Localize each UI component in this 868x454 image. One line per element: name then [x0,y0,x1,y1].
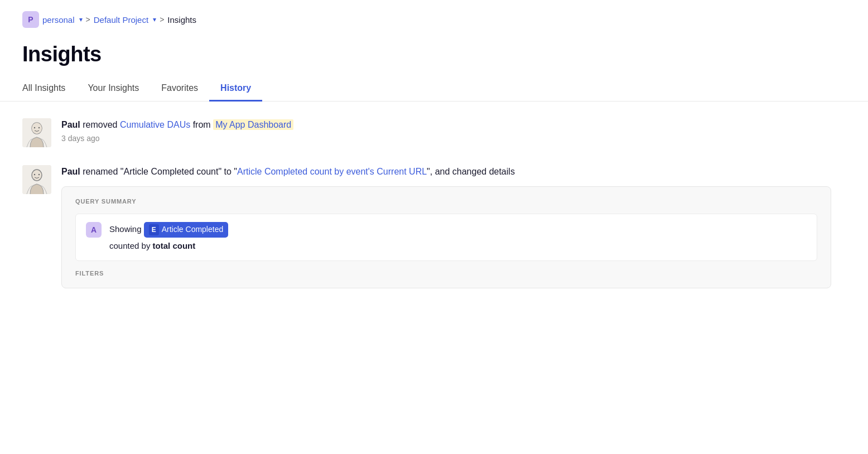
workspace-avatar[interactable]: P [22,11,39,28]
breadcrumb-workspace-link[interactable]: personal [42,15,75,25]
project-dropdown-icon[interactable]: ▾ [153,16,156,23]
history-item-2-text: Paul renamed "Article Completed count" t… [61,165,846,178]
svg-point-2 [32,123,42,134]
counted-by-value: total count [153,241,196,250]
event-badge: E Article Completed [144,222,229,238]
query-a-badge: A [86,222,102,238]
action-prefix-1: removed [83,120,120,129]
history-item-2: Paul renamed "Article Completed count" t… [22,165,846,289]
breadcrumb-project-link[interactable]: Default Project [94,15,148,25]
query-summary-label: QUERY SUMMARY [75,198,817,205]
svg-point-4 [38,127,40,128]
workspace-dropdown-icon[interactable]: ▾ [79,16,83,23]
svg-point-9 [38,173,40,175]
breadcrumb-current: Insights [167,15,196,25]
avatar-sketch-svg [22,118,51,147]
renamed-insight-link[interactable]: Article Completed count by event's Curre… [237,167,427,176]
query-summary-row: A Showing E Article Completed counted by… [75,214,817,262]
event-label: Article Completed [162,223,224,236]
counted-by-text: counted by total count [109,239,228,253]
tab-favorites[interactable]: Favorites [150,76,209,102]
history-item-1-text: Paul removed Cumulative DAUs from My App… [61,118,846,132]
svg-point-8 [34,173,35,175]
avatar-paul-2 [22,165,51,194]
query-summary-box: QUERY SUMMARY A Showing E Article Comple… [61,186,831,289]
svg-point-3 [34,127,35,128]
actor-name-1: Paul [61,120,80,129]
tab-your-insights[interactable]: Your Insights [76,76,150,102]
action-rename-suffix: ", and changed details [427,167,515,176]
history-item-1: Paul removed Cumulative DAUs from My App… [22,118,846,147]
action-middle-1: from [193,120,213,129]
history-item-1-body: Paul removed Cumulative DAUs from My App… [61,118,846,143]
history-item-2-body: Paul renamed "Article Completed count" t… [61,165,846,289]
history-item-1-timestamp: 3 days ago [61,134,846,143]
avatar-paul-1 [22,118,51,147]
tabs-nav: All Insights Your Insights Favorites His… [0,76,868,102]
actor-name-2: Paul [61,167,80,176]
page-title: Insights [0,33,868,72]
showing-label: Showing [109,224,144,234]
breadcrumb-sep-1: > [86,15,90,24]
filters-label: FILTERS [75,270,817,277]
event-badge-e: E [149,224,159,235]
cumulative-daus-link[interactable]: Cumulative DAUs [120,120,190,129]
my-app-dashboard-link[interactable]: My App Dashboard [213,119,293,130]
breadcrumb-sep-2: > [160,15,164,24]
breadcrumb: P personal ▾ > Default Project ▾ > Insig… [0,0,868,33]
query-summary-content: Showing E Article Completed counted by t… [109,222,228,253]
tab-all-insights[interactable]: All Insights [22,76,76,102]
action-rename-prefix: renamed "Article Completed count" to " [83,167,237,176]
tab-history[interactable]: History [209,76,262,102]
avatar-sketch-svg-2 [22,165,51,194]
history-content: Paul removed Cumulative DAUs from My App… [0,102,868,323]
